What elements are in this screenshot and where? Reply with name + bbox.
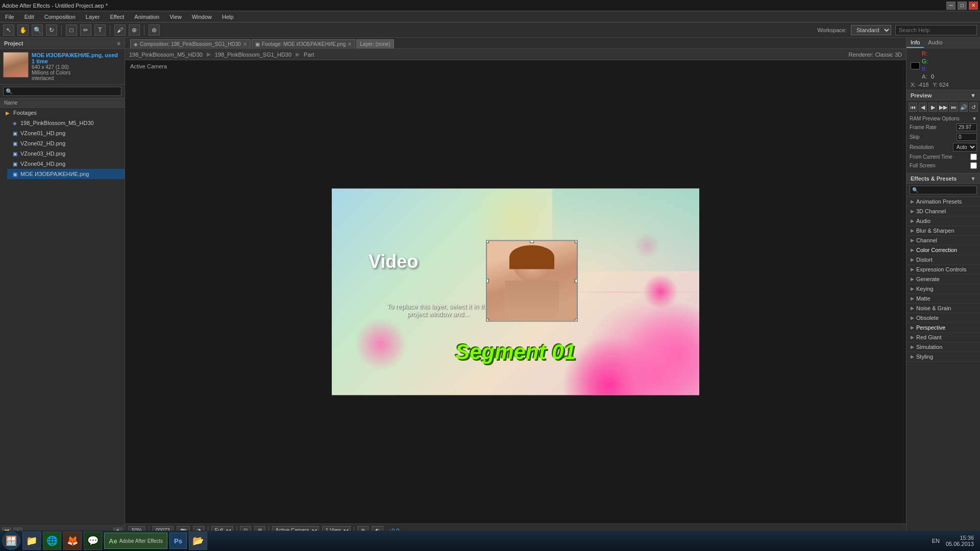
effect-distort[interactable]: ▶ Distort [906,255,980,265]
menu-composition[interactable]: Composition [42,13,78,21]
selection-tool[interactable]: ↖ [3,24,14,36]
menu-window[interactable]: Window [190,13,214,21]
triangle-icon: ▶ [911,257,914,262]
effect-keying[interactable]: ▶ Keying [906,284,980,294]
handle-mid-left[interactable] [486,279,489,283]
menu-file[interactable]: File [3,13,16,21]
project-search-input[interactable] [3,87,121,96]
loop-button[interactable]: ↺ [969,103,978,112]
effect-3d-channel[interactable]: ▶ 3D Channel [906,207,980,216]
effect-channel[interactable]: ▶ Channel [906,236,980,245]
effect-styling[interactable]: ▶ Styling [906,352,980,362]
category-label: Audio [916,218,930,224]
taskbar-messenger[interactable]: 💬 [84,532,102,550]
full-screen-checkbox[interactable] [970,162,977,169]
rotate-tool[interactable]: ↻ [46,24,57,36]
effects-expand[interactable]: ▼ [970,176,976,182]
search-help-input[interactable] [895,25,977,35]
preview-expand[interactable]: ▼ [970,92,976,98]
prev-frame-button[interactable]: ◀ [919,103,927,112]
effect-animation-presets[interactable]: ▶ Animation Presets [906,197,980,207]
hand-tool[interactable]: ✋ [17,24,29,36]
taskbar-explorer[interactable]: 📁 [22,532,41,550]
taskbar-chrome[interactable]: 🌐 [43,532,61,550]
menu-view[interactable]: View [167,13,184,21]
effect-matte[interactable]: ▶ Matte [906,294,980,304]
effect-simulation[interactable]: ▶ Simulation [906,342,980,352]
breadcrumb-1[interactable]: 198_PinkBlossom_M5_HD30 [129,52,203,58]
tab-info[interactable]: Info [906,38,924,48]
y-coord: Y: 624 [933,82,948,88]
start-button[interactable]: 🪟 [2,532,20,550]
file-moe-label: МОЕ ИЗОБРАЖЕНИЕ.png [20,171,89,177]
effect-generate[interactable]: ▶ Generate [906,274,980,284]
main-layout: Project ≡ МОЕ ИЗОБРАЖЕНИЕ.png, used 1 ti… [0,38,980,537]
menu-help[interactable]: Help [220,13,236,21]
text-tool[interactable]: T [94,24,106,36]
effect-expression[interactable]: ▶ Expression Controls [906,265,980,274]
effects-presets-panel: Effects & Presets ▼ ▶ Animation Presets … [906,173,980,537]
footage-tab-close[interactable]: ✕ [243,41,247,47]
file-item-comp1[interactable]: ◈ 198_PinkBlossom_M5_HD30 [7,118,125,128]
taskbar-aftereffects[interactable]: Ae Adobe After Effects [104,533,167,549]
file-item-footages[interactable]: ▶ Footages [0,108,125,118]
last-frame-button[interactable]: ⏭ [949,103,958,112]
triangle-icon: ▶ [911,277,914,282]
taskbar-firefox[interactable]: 🦊 [63,532,82,550]
tab-audio[interactable]: Audio [924,38,946,48]
brush-tool[interactable]: 🖌 [114,24,126,36]
frame-rate-input[interactable] [957,123,977,131]
file-item-vzone02[interactable]: ▣ VZone02_HD.png [7,138,125,148]
taskbar-folder[interactable]: 📂 [189,532,207,550]
breadcrumb-2[interactable]: 198_PinkBlossom_SG1_HD30 [215,52,291,58]
effect-perspective[interactable]: ▶ Perspective [906,323,980,333]
handle-top-right[interactable] [575,240,578,243]
file-item-vzone03[interactable]: ▣ VZone03_HD.png [7,148,125,159]
pen-tool[interactable]: ✏ [80,24,91,36]
rect-tool[interactable]: □ [66,24,77,36]
effect-obsolete[interactable]: ▶ Obsolete [906,313,980,323]
effect-noise-grain[interactable]: ▶ Noise & Grain [906,304,980,313]
footage-close[interactable]: ✕ [348,41,352,47]
handle-top-left[interactable] [486,240,489,243]
close-button[interactable]: ✕ [969,2,978,10]
play-button[interactable]: ▶ [928,103,937,112]
project-panel-close[interactable]: ≡ [117,40,120,46]
skip-input[interactable] [957,133,977,141]
preview-resolution-dropdown[interactable]: Auto [953,143,977,152]
file-item-moe-image[interactable]: ▣ МОЕ ИЗОБРАЖЕНИЕ.png [7,169,125,179]
handle-top-mid[interactable] [530,240,534,243]
next-frame-button[interactable]: ▶▶ [939,103,948,112]
taskbar-photoshop[interactable]: Ps [169,533,187,549]
menu-edit[interactable]: Edit [22,13,36,21]
effects-search-input[interactable] [910,186,977,194]
project-file-list[interactable]: ▶ Footages ◈ 198_PinkBlossom_M5_HD30 ▣ V… [0,108,125,525]
effect-red-giant[interactable]: ▶ Red Giant [906,333,980,342]
handle-bottom-left[interactable] [486,319,489,322]
zoom-tool[interactable]: 🔍 [32,24,43,36]
effect-blur-sharpen[interactable]: ▶ Blur & Sharpen [906,226,980,236]
clone-tool[interactable]: ⊕ [129,24,140,36]
menu-effect[interactable]: Effect [108,13,126,21]
workspace-dropdown[interactable]: Standard [851,25,891,35]
category-label: Noise & Grain [916,305,951,311]
from-current-checkbox[interactable] [970,154,977,160]
handle-mid-right[interactable] [575,279,578,283]
first-frame-button[interactable]: ⏮ [909,103,917,112]
breadcrumb-3[interactable]: Part [304,52,314,58]
effect-audio[interactable]: ▶ Audio [906,216,980,226]
file-item-vzone04[interactable]: ▣ VZone04_HD.png [7,159,125,169]
menu-layer[interactable]: Layer [84,13,102,21]
handle-bottom-right[interactable] [575,319,578,322]
info-r-row: R: [922,51,934,57]
maximize-button[interactable]: □ [958,2,967,10]
menu-animation[interactable]: Animation [132,13,161,21]
ram-preview-dropdown[interactable]: ▼ [972,116,977,121]
photo-layer[interactable] [486,240,578,322]
audio-button[interactable]: 🔊 [960,103,968,112]
puppet-tool[interactable]: ⊛ [149,24,160,36]
file-item-vzone01[interactable]: ▣ VZone01_HD.png [7,128,125,138]
triangle-icon: ▶ [911,354,914,359]
minimize-button[interactable]: ─ [946,2,955,10]
effect-color-correction[interactable]: ▶ Color Correction [906,245,980,255]
